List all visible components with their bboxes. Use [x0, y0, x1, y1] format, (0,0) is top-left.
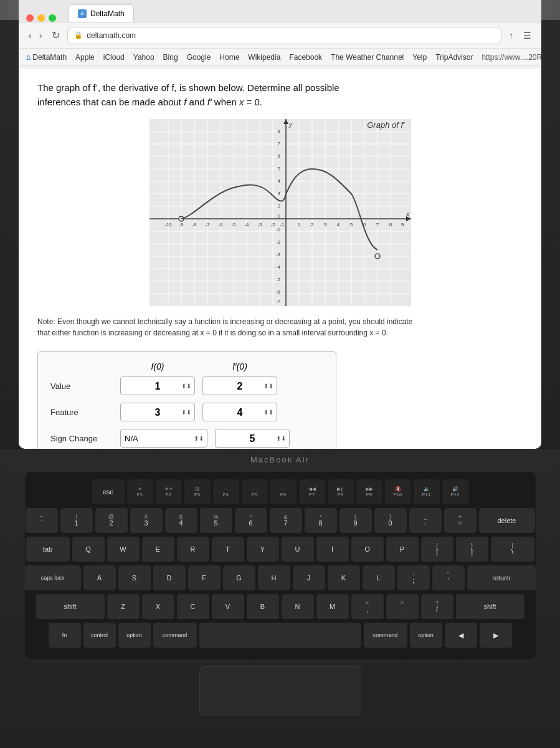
key-f1[interactable]: ☀F1: [127, 479, 153, 506]
key-equals[interactable]: +=: [444, 508, 477, 534]
key-f11[interactable]: 🔉F11: [414, 479, 440, 506]
bookmark-google[interactable]: Google: [187, 53, 211, 62]
key-esc[interactable]: esc: [92, 479, 125, 506]
key-return[interactable]: return: [467, 565, 536, 592]
key-option[interactable]: option: [118, 623, 151, 649]
trackpad[interactable]: [199, 666, 361, 716]
refresh-button[interactable]: ↻: [49, 29, 62, 41]
bookmark-icloud[interactable]: iCloud: [103, 53, 125, 62]
key-f7[interactable]: ◀◀F7: [299, 479, 325, 506]
value-f0-select[interactable]: 1 2 3 4 5: [120, 376, 195, 395]
feature-f0-select[interactable]: 3 1 2 4 5: [120, 403, 195, 421]
key-slash[interactable]: ?/: [421, 594, 453, 620]
bookmark-wikipedia[interactable]: Wikipedia: [248, 53, 280, 62]
key-f2[interactable]: ☀☀F2: [156, 479, 182, 506]
key-y[interactable]: Y: [247, 537, 279, 563]
bookmark-weather[interactable]: The Weather Channel: [331, 53, 404, 62]
key-x[interactable]: X: [142, 594, 174, 620]
close-button[interactable]: [26, 14, 34, 22]
key-7[interactable]: &7: [270, 508, 302, 534]
key-backslash[interactable]: |\: [491, 537, 534, 563]
bookmark-home[interactable]: Home: [219, 53, 239, 62]
key-z[interactable]: Z: [107, 594, 140, 620]
key-rshift[interactable]: shift: [456, 594, 524, 620]
key-f5[interactable]: ⋯F5: [242, 479, 268, 506]
key-lbracket[interactable]: {[: [421, 537, 453, 563]
signchange-fp0-select[interactable]: 5 1 2 3 4: [215, 429, 290, 448]
bookmark-bing[interactable]: Bing: [163, 53, 178, 62]
key-f12[interactable]: 🔊F12: [442, 479, 468, 506]
key-semicolon[interactable]: :;: [397, 565, 430, 592]
share-button[interactable]: ↑: [506, 29, 516, 42]
key-b[interactable]: B: [247, 594, 279, 620]
key-g[interactable]: G: [223, 565, 255, 592]
key-fn[interactable]: fn: [49, 623, 81, 649]
key-1[interactable]: !1: [60, 508, 93, 534]
key-i[interactable]: I: [316, 537, 349, 563]
key-9[interactable]: (9: [339, 508, 372, 534]
bookmark-apple[interactable]: Apple: [75, 53, 95, 62]
key-o[interactable]: O: [351, 537, 384, 563]
value-fp0-select[interactable]: 2 1 3 4 5: [202, 376, 277, 395]
key-m[interactable]: M: [316, 594, 349, 620]
key-6[interactable]: ^6: [235, 508, 267, 534]
forward-button[interactable]: ›: [37, 31, 45, 41]
key-l[interactable]: L: [363, 565, 395, 592]
key-u[interactable]: U: [282, 537, 314, 563]
key-f9[interactable]: ▶▶F9: [356, 479, 382, 506]
key-control[interactable]: control: [83, 623, 116, 649]
bookmark-facebook[interactable]: Facebook: [289, 53, 322, 62]
key-p[interactable]: P: [386, 537, 419, 563]
back-button[interactable]: ‹: [26, 31, 34, 41]
key-r[interactable]: R: [177, 537, 209, 563]
key-0[interactable]: )0: [374, 508, 407, 534]
key-period[interactable]: >.: [386, 594, 419, 620]
address-bar[interactable]: 🔒 deltamath.com: [67, 27, 501, 44]
key-left[interactable]: ◀: [445, 623, 477, 649]
key-f[interactable]: F: [188, 565, 221, 592]
sidebar-button[interactable]: ☰: [521, 29, 534, 42]
key-j[interactable]: J: [293, 565, 325, 592]
key-backtick[interactable]: ~`: [26, 508, 58, 534]
key-comma[interactable]: <,: [351, 594, 384, 620]
key-f6[interactable]: ⋯F6: [270, 479, 297, 506]
key-f8[interactable]: ▶||F8: [328, 479, 354, 506]
feature-fp0-select[interactable]: 4 1 2 3 5: [202, 403, 277, 421]
key-q[interactable]: Q: [72, 537, 105, 563]
key-d[interactable]: D: [153, 565, 186, 592]
key-s[interactable]: S: [118, 565, 151, 592]
active-tab[interactable]: Δ DeltaMath: [69, 4, 134, 22]
key-f10[interactable]: 🔇F10: [385, 479, 411, 506]
key-rcmd[interactable]: command: [364, 623, 407, 649]
bookmark-tripadvisor[interactable]: TripAdvisor: [435, 53, 473, 62]
key-5[interactable]: %5: [200, 508, 232, 534]
key-quote[interactable]: "': [432, 565, 465, 592]
key-k[interactable]: K: [328, 565, 360, 592]
bookmark-report[interactable]: https://www....20Report.pdf: [482, 53, 541, 62]
key-e[interactable]: E: [142, 537, 174, 563]
key-minus[interactable]: _-: [409, 508, 442, 534]
key-lcmd[interactable]: command: [153, 623, 197, 649]
key-tab[interactable]: tab: [26, 537, 70, 563]
signchange-f0-select[interactable]: N/A positive to negative negative to pos…: [120, 429, 207, 448]
key-h[interactable]: H: [258, 565, 290, 592]
key-3[interactable]: #3: [130, 508, 163, 534]
minimize-button[interactable]: [37, 14, 45, 22]
key-c[interactable]: C: [177, 594, 209, 620]
key-roption[interactable]: option: [410, 623, 442, 649]
bookmark-yahoo[interactable]: Yahoo: [133, 53, 154, 62]
key-rbracket[interactable]: }]: [456, 537, 488, 563]
key-4[interactable]: $4: [165, 508, 197, 534]
key-8[interactable]: *8: [305, 508, 337, 534]
key-a[interactable]: A: [83, 565, 116, 592]
key-v[interactable]: V: [212, 594, 244, 620]
key-f4[interactable]: ⋯F4: [213, 479, 239, 506]
key-t[interactable]: T: [212, 537, 244, 563]
maximize-button[interactable]: [49, 14, 56, 22]
key-lshift[interactable]: shift: [36, 594, 105, 620]
key-space[interactable]: [199, 623, 361, 649]
bookmark-deltamath[interactable]: Δ DeltaMath: [26, 53, 67, 62]
key-2[interactable]: @2: [95, 508, 128, 534]
key-right[interactable]: ▶: [480, 623, 512, 649]
bookmark-yelp[interactable]: Yelp: [412, 53, 427, 62]
